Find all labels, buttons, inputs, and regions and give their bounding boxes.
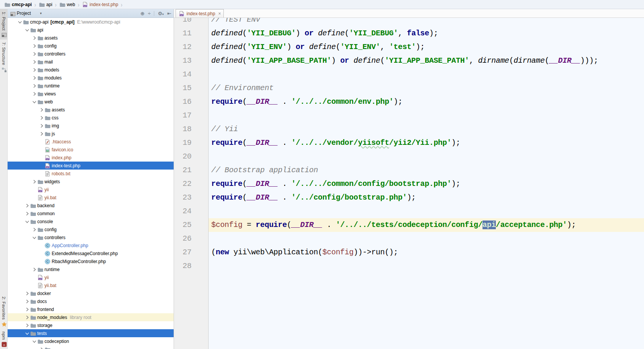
tree-row-img[interactable]: img [8, 122, 174, 130]
chevron-right-icon[interactable] [32, 35, 37, 41]
breadcrumb-item-cmcp-api[interactable]: cmcp-api [3, 0, 33, 9]
project-view-dropdown-icon[interactable]: ▾ [40, 11, 42, 15]
tree-row-mail[interactable]: mail [8, 58, 174, 66]
line-number-15[interactable]: 15 [174, 81, 191, 95]
hide-panel-icon[interactable]: ⇤ [167, 11, 171, 16]
tree-row-widgets[interactable]: widgets [8, 178, 174, 186]
tree-row-js[interactable]: js [8, 130, 174, 138]
code-line-26[interactable] [209, 232, 644, 246]
chevron-down-icon[interactable] [32, 235, 37, 240]
code-line-20[interactable] [209, 150, 644, 163]
tree-row-codeception[interactable]: codeception [8, 337, 174, 345]
code-line-16[interactable]: require(__DIR__ . '/../../common/env.php… [209, 95, 644, 109]
tab-index-test-php[interactable]: php index-test.php × [176, 9, 224, 17]
tree-row-frontend[interactable]: frontend [8, 305, 174, 313]
tree-row-rbacmigratecontroller-php[interactable]: CRbacMigrateController.php [8, 257, 174, 265]
line-number-17[interactable]: 17 [174, 109, 191, 122]
line-number-20[interactable]: 20 [174, 150, 191, 163]
code-line-24[interactable] [209, 205, 644, 218]
tree-row-tests[interactable]: tests [8, 329, 174, 337]
tree-row-docker[interactable]: docker [8, 289, 174, 297]
code-lines[interactable]: // TEST ENVdefined('YII_DEBUG') or defin… [209, 18, 644, 273]
code-line-10[interactable]: // TEST ENV [209, 18, 644, 27]
chevron-right-icon[interactable] [39, 346, 44, 349]
chevron-right-icon[interactable] [39, 107, 44, 113]
locate-file-icon[interactable]: ⊕ [140, 11, 144, 16]
chevron-right-icon[interactable] [32, 267, 37, 272]
stripe-button-npm[interactable]: npmn [0, 329, 8, 349]
tree-row-config[interactable]: config [8, 42, 174, 50]
line-number-11[interactable]: 11 [174, 27, 191, 40]
code-line-25[interactable]: $config = require(__DIR__ . '/../../test… [209, 218, 644, 232]
chevron-right-icon[interactable] [39, 115, 44, 121]
line-number-28[interactable]: 28 [174, 259, 191, 273]
chevron-right-icon[interactable] [32, 227, 37, 232]
tree-row-storage[interactable]: storage [8, 321, 174, 329]
tree-row-runtime[interactable]: runtime [8, 82, 174, 90]
tree-row-yii-bat[interactable]: yii.bat [8, 281, 174, 289]
tree-row-yii-bat[interactable]: yii.bat [8, 194, 174, 201]
chevron-right-icon[interactable] [24, 306, 30, 312]
code-line-22[interactable]: require(__DIR__ . '/../../common/config/… [209, 177, 644, 191]
chevron-right-icon[interactable] [24, 203, 30, 208]
tree-row-yii[interactable]: phpyii [8, 273, 174, 281]
code-line-19[interactable]: require(__DIR__ . '/../../vendor/yiisoft… [209, 136, 644, 150]
breadcrumb-item-api[interactable]: api [38, 0, 54, 9]
code-line-23[interactable]: require(__DIR__ . '/../config/bootstrap.… [209, 191, 644, 205]
tree-row-appcontroller-php[interactable]: CAppController.php [8, 241, 174, 249]
line-number-18[interactable]: 18 [174, 122, 191, 136]
code-line-27[interactable]: (new yii\web\Application($config))->run(… [209, 246, 644, 259]
tree-row-yii[interactable]: phpyii [8, 186, 174, 194]
chevron-down-icon[interactable] [32, 99, 37, 105]
tree-row-runtime[interactable]: runtime [8, 265, 174, 273]
code-line-17[interactable] [209, 109, 644, 122]
tree-row-cmcp-api[interactable]: cmcp-api[cmcp_api]E:\wwwroot\cmcp-api [8, 18, 174, 26]
line-number-16[interactable]: 16 [174, 95, 191, 109]
code-line-18[interactable]: // Yii [209, 122, 644, 136]
tab-close-icon[interactable]: × [218, 11, 221, 16]
tree-row-views[interactable]: views [8, 90, 174, 98]
tree-row-api[interactable]: api [8, 26, 174, 34]
line-number-25[interactable]: 25 [174, 218, 191, 232]
chevron-right-icon[interactable] [32, 75, 37, 81]
line-number-13[interactable]: 13 [174, 54, 191, 68]
code-line-28[interactable] [209, 259, 644, 273]
project-panel-title[interactable]: Project [17, 11, 31, 16]
breadcrumb-item-web[interactable]: web [58, 0, 76, 9]
tree-row-index-php[interactable]: phpindex.php [8, 154, 174, 162]
code-line-14[interactable] [209, 68, 644, 81]
line-number-10[interactable]: 10 [174, 18, 191, 27]
chevron-right-icon[interactable] [24, 298, 30, 304]
line-number-14[interactable]: 14 [174, 68, 191, 81]
code-line-13[interactable]: defined('YII_APP_BASE_PATH') or define('… [209, 54, 644, 68]
chevron-down-icon[interactable] [24, 27, 30, 33]
breadcrumb-item-index-test-php[interactable]: phpindex-test.php [81, 0, 119, 9]
chevron-down-icon[interactable] [24, 219, 30, 224]
stripe-button-7-structure[interactable]: 7: Structure [0, 40, 8, 74]
tree-row-web[interactable]: web [8, 98, 174, 106]
line-number-21[interactable]: 21 [174, 163, 191, 177]
code-editor[interactable]: 10111213141516171819202122232425262728 /… [174, 18, 644, 349]
chevron-down-icon[interactable] [32, 338, 37, 344]
chevron-right-icon[interactable] [32, 51, 37, 57]
code-line-15[interactable]: // Environment [209, 81, 644, 95]
tree-row-favicon-ico[interactable]: favicon.ico [8, 146, 174, 154]
chevron-down-icon[interactable] [24, 330, 30, 336]
chevron-right-icon[interactable] [32, 83, 37, 89]
tree-row-extendedmessagecontroller-php[interactable]: CExtendedMessageController.php [8, 249, 174, 257]
tree-row-models[interactable]: models [8, 66, 174, 74]
chevron-right-icon[interactable] [32, 91, 37, 97]
tree-row-index-test-php[interactable]: phpindex-test.php [8, 162, 174, 170]
tree-row-backend[interactable]: backend [8, 201, 174, 209]
chevron-right-icon[interactable] [39, 123, 44, 128]
code-line-12[interactable]: defined('YII_ENV') or define('YII_ENV', … [209, 40, 644, 54]
chevron-right-icon[interactable] [24, 322, 30, 328]
line-number-24[interactable]: 24 [174, 205, 191, 218]
chevron-right-icon[interactable] [24, 290, 30, 296]
stripe-button-2-favorites[interactable]: 2: Favorites [0, 294, 8, 329]
tree-row-node-modules[interactable]: node_moduleslibrary root [8, 313, 174, 321]
gear-icon[interactable]: ⚙▾ [158, 11, 164, 16]
tree-row-config[interactable]: config [8, 225, 174, 233]
tree-row-css[interactable]: css [8, 114, 174, 122]
line-number-19[interactable]: 19 [174, 136, 191, 150]
